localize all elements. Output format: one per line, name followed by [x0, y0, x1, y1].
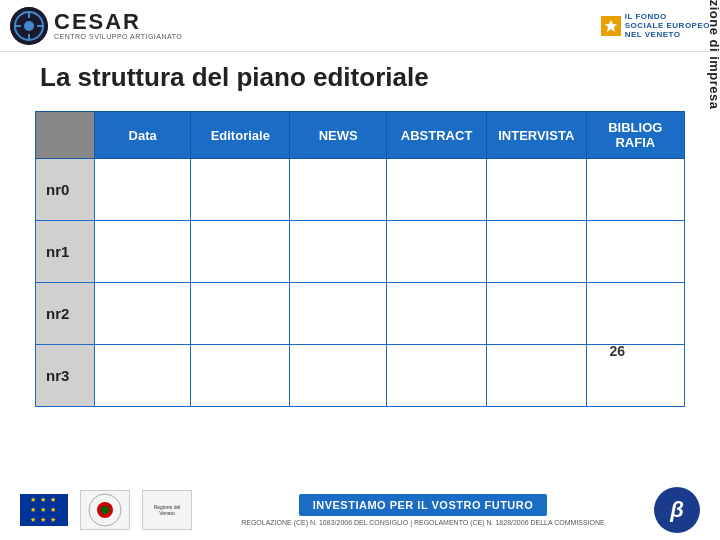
cell-nr1-editoriale: [191, 221, 290, 283]
cell-nr2-editoriale: [191, 283, 290, 345]
editorial-table: Data Editoriale NEWS ABSTRACT INTERVISTA…: [35, 111, 685, 407]
cell-nr3-bibliog: [586, 345, 684, 407]
star-icon: ★: [40, 516, 48, 524]
cesar-subtitle: CENTRO SVILUPPO ARTIGIANATO: [54, 33, 182, 40]
fondo-line1: IL FONDO: [625, 12, 710, 21]
cesar-title: CESAR: [54, 11, 182, 33]
cell-nr0-abstract: [387, 159, 486, 221]
star-icon: ★: [30, 516, 38, 524]
cell-nr2-bibliog: [586, 283, 684, 345]
cell-nr3-news: [290, 345, 387, 407]
footer: ★ ★ ★ ★ ★ ★ ★ ★ ★ Regione del Veneto INV…: [0, 480, 720, 540]
row-label-nr3: nr3: [36, 345, 95, 407]
table-row: nr3: [36, 345, 685, 407]
fondo-text: IL FONDO SOCIALE EUROPEO NEL VENETO: [625, 12, 710, 39]
invest-sub: REGOLAZIONE (CE) N. 1083/2006 DEL CONSIG…: [241, 519, 605, 526]
cesar-circle-icon: [10, 7, 48, 45]
cell-nr3-intervista: [486, 345, 586, 407]
star-icon: ★: [30, 506, 38, 514]
svg-marker-7: [605, 20, 617, 32]
table-row: nr1: [36, 221, 685, 283]
footer-logos: ★ ★ ★ ★ ★ ★ ★ ★ ★ Regione del Veneto: [20, 490, 192, 530]
table-row: nr0: [36, 159, 685, 221]
cell-nr0-news: [290, 159, 387, 221]
cell-nr0-bibliog: [586, 159, 684, 221]
row-label-nr2: nr2: [36, 283, 95, 345]
star-icon: ★: [30, 496, 38, 504]
footer-logo-repubblica: [80, 490, 130, 530]
cell-nr2-news: [290, 283, 387, 345]
main-content: La comunicazione di impresa La struttura…: [0, 52, 720, 417]
invest-banner: INVESTIAMO PER IL VOSTRO FUTURO: [299, 494, 548, 516]
star-icon: ★: [40, 506, 48, 514]
svg-point-2: [24, 21, 34, 31]
page-title: La struttura del piano editoriale: [30, 62, 690, 93]
svg-point-10: [101, 506, 109, 514]
table-header-empty: [36, 112, 95, 159]
cell-nr1-intervista: [486, 221, 586, 283]
header: CESAR CENTRO SVILUPPO ARTIGIANATO IL FON…: [0, 0, 720, 52]
cell-nr0-data: [94, 159, 191, 221]
cesar-text: CESAR CENTRO SVILUPPO ARTIGIANATO: [54, 11, 182, 40]
header-right: IL FONDO SOCIALE EUROPEO NEL VENETO: [601, 12, 710, 39]
fondo-icon: [601, 16, 621, 36]
cell-nr3-data: [94, 345, 191, 407]
table-header-editoriale: Editoriale: [191, 112, 290, 159]
cell-nr2-intervista: [486, 283, 586, 345]
beta-logo: β: [654, 487, 700, 533]
star-icon: ★: [40, 496, 48, 504]
cell-nr1-abstract: [387, 221, 486, 283]
table-header-bibliog: BIBLIOG RAFIA: [586, 112, 684, 159]
footer-right: β: [654, 487, 700, 533]
table-header-data: Data: [94, 112, 191, 159]
fondo-line3: NEL VENETO: [625, 30, 710, 39]
footer-center: INVESTIAMO PER IL VOSTRO FUTURO REGOLAZI…: [192, 494, 654, 526]
cell-nr2-abstract: [387, 283, 486, 345]
cesar-logo: CESAR CENTRO SVILUPPO ARTIGIANATO: [10, 7, 182, 45]
table-header-news: NEWS: [290, 112, 387, 159]
eu-flag-icon: ★ ★ ★ ★ ★ ★ ★ ★ ★: [20, 494, 68, 526]
fondo-logo: IL FONDO SOCIALE EUROPEO NEL VENETO: [601, 12, 710, 39]
cell-nr1-bibliog: [586, 221, 684, 283]
cell-nr1-data: [94, 221, 191, 283]
page-number: 26: [609, 343, 625, 359]
row-label-nr0: nr0: [36, 159, 95, 221]
cell-nr0-editoriale: [191, 159, 290, 221]
side-text: La comunicazione di impresa: [708, 0, 721, 110]
cell-nr3-abstract: [387, 345, 486, 407]
cell-nr3-editoriale: [191, 345, 290, 407]
cell-nr0-intervista: [486, 159, 586, 221]
footer-logo-regione: Regione del Veneto: [142, 490, 192, 530]
cell-nr1-news: [290, 221, 387, 283]
table-header-abstract: ABSTRACT: [387, 112, 486, 159]
star-icon: ★: [50, 496, 58, 504]
star-icon: ★: [50, 516, 58, 524]
star-icon: ★: [50, 506, 58, 514]
cell-nr2-data: [94, 283, 191, 345]
header-left: CESAR CENTRO SVILUPPO ARTIGIANATO: [10, 7, 182, 45]
table-header-intervista: INTERVISTA: [486, 112, 586, 159]
fondo-line2: SOCIALE EUROPEO: [625, 21, 710, 30]
row-label-nr1: nr1: [36, 221, 95, 283]
table-row: nr2: [36, 283, 685, 345]
